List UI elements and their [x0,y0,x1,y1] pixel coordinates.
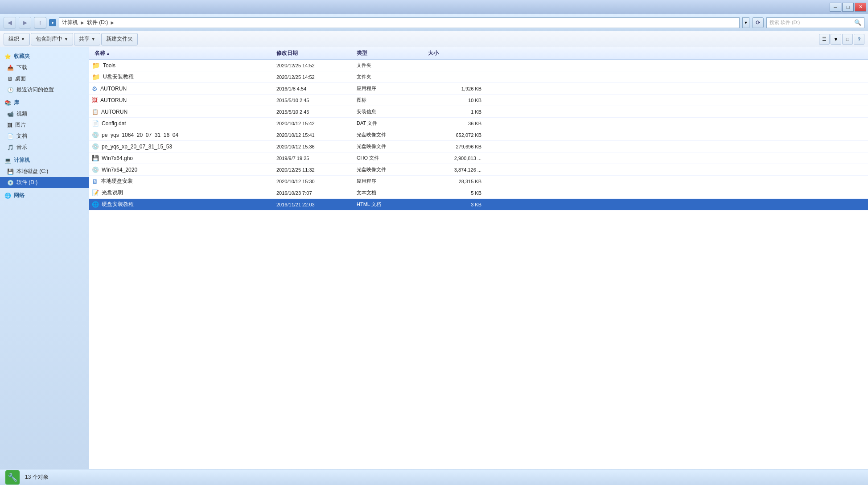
network-icon: 🌐 [4,193,11,199]
sidebar-item-downloads[interactable]: 📥 下载 [0,62,89,73]
sidebar-section-computer: 💻 计算机 💾 本地磁盘 (C:) 💿 软件 (D:) [0,155,89,188]
maximize-button[interactable]: □ [842,3,854,12]
refresh-button[interactable]: ⟳ [752,17,764,28]
toolbar: 组织 ▼ 包含到库中 ▼ 共享 ▼ 新建文件夹 ☰ ▼ □ ? [0,31,868,47]
column-header-date[interactable]: 修改日期 [276,49,357,57]
view-buttons: ☰ ▼ □ ? [819,34,864,45]
sidebar-section-libraries: 📚 库 📹 视频 🖼 图片 📄 文档 🎵 音乐 [0,97,89,153]
file-date: 2015/5/10 2:45 [276,98,357,103]
star-icon: ⭐ [4,53,11,60]
file-date: 2016/10/23 7:07 [276,190,357,196]
search-box[interactable]: 搜索 软件 (D:) 🔍 [766,17,864,28]
file-type: 光盘映像文件 [357,166,428,173]
file-size: 28,315 KB [428,179,490,184]
file-date: 2020/12/25 11:32 [276,167,357,173]
pictures-icon: 🖼 [7,122,12,128]
local-c-label: 本地磁盘 (C:) [16,168,48,175]
file-name-cell: 📄 Config.dat [89,120,276,127]
view-toggle-button[interactable]: ☰ [819,34,830,45]
file-name-cell: 📁 U盘安装教程 [89,73,276,81]
new-folder-button[interactable]: 新建文件夹 [101,33,138,45]
sidebar-item-soft-d[interactable]: 💿 软件 (D:) [0,177,89,188]
view-dropdown-button[interactable]: ▼ [831,34,841,45]
file-type: 图标 [357,97,428,103]
sidebar-header-favorites[interactable]: ⭐ 收藏夹 [0,51,89,62]
sidebar-item-music[interactable]: 🎵 音乐 [0,142,89,153]
file-name: Win7x64.gho [102,155,133,161]
file-type: 文件夹 [357,62,428,69]
path-sep-1: ► [80,20,85,26]
table-row[interactable]: 🖥 本地硬盘安装 2020/10/12 15:30 应用程序 28,315 KB [89,176,868,187]
table-row[interactable]: ⚙ AUTORUN 2016/1/8 4:54 应用程序 1,926 KB [89,83,868,95]
table-row[interactable]: 💿 pe_yqs_xp_20_07_31_15_53 2020/10/12 15… [89,141,868,152]
path-part-drive[interactable]: 软件 (D:) [87,19,108,26]
file-name: U盘安装教程 [103,73,134,81]
table-row[interactable]: 📋 AUTORUN 2015/5/10 2:45 安装信息 1 KB [89,106,868,118]
path-sep-2: ► [110,20,115,26]
sidebar-header-computer[interactable]: 💻 计算机 [0,155,89,166]
organize-arrow: ▼ [21,37,25,41]
file-type: 应用程序 [357,178,428,185]
computer-icon: 💻 [4,157,11,164]
sidebar-item-video[interactable]: 📹 视频 [0,108,89,119]
path-part-computer[interactable]: 计算机 [62,19,78,26]
file-type: DAT 文件 [357,120,428,127]
address-dropdown[interactable]: ▼ [742,17,749,28]
file-name: pe_yqs_xp_20_07_31_15_53 [102,144,172,150]
file-size: 652,072 KB [428,132,490,138]
file-date: 2016/1/8 4:54 [276,86,357,91]
back-button[interactable]: ◀ [4,17,16,29]
file-name-cell: 📋 AUTORUN [89,109,276,115]
file-name: pe_yqs_1064_20_07_31_16_04 [102,132,178,138]
sidebar-item-local-c[interactable]: 💾 本地磁盘 (C:) [0,166,89,177]
sidebar: ⭐ 收藏夹 📥 下载 🖥 桌面 🕒 最近访问的位置 📚 库 [0,47,89,469]
file-icon: 💾 [92,155,99,161]
file-icon: 🌐 [92,201,99,208]
video-label: 视频 [16,110,27,118]
column-header-name[interactable]: 名称 ▲ [89,49,276,57]
file-size: 3 KB [428,202,490,207]
file-name: Win7x64_2020 [102,167,137,173]
share-button[interactable]: 共享 ▼ [74,33,100,45]
close-button[interactable]: ✕ [855,3,866,12]
address-path-box[interactable]: 计算机 ► 软件 (D:) ► [59,17,740,28]
table-row[interactable]: 💿 Win7x64_2020 2020/12/25 11:32 光盘映像文件 3… [89,164,868,176]
table-row[interactable]: 🖼 AUTORUN 2015/5/10 2:45 图标 10 KB [89,95,868,106]
sidebar-item-desktop[interactable]: 🖥 桌面 [0,73,89,84]
include-library-button[interactable]: 包含到库中 ▼ [31,33,73,45]
column-header-type[interactable]: 类型 [357,49,428,57]
table-row[interactable]: 💾 Win7x64.gho 2019/9/7 19:25 GHO 文件 2,90… [89,152,868,164]
main-area: ⭐ 收藏夹 📥 下载 🖥 桌面 🕒 最近访问的位置 📚 库 [0,47,868,469]
up-button[interactable]: ↑ [34,17,46,29]
table-row[interactable]: 💿 pe_yqs_1064_20_07_31_16_04 2020/10/12 … [89,129,868,141]
sidebar-item-docs[interactable]: 📄 文档 [0,131,89,142]
music-icon: 🎵 [7,144,14,151]
table-row[interactable]: 📁 Tools 2020/12/25 14:52 文件夹 [89,60,868,71]
file-icon: 📁 [92,62,100,70]
organize-button[interactable]: 组织 ▼ [4,33,30,45]
music-label: 音乐 [16,144,27,151]
file-type: 安装信息 [357,108,428,115]
table-row[interactable]: 📁 U盘安装教程 2020/12/25 14:52 文件夹 [89,71,868,83]
file-size: 36 KB [428,121,490,126]
table-row[interactable]: 🌐 硬盘安装教程 2016/11/21 22:03 HTML 文档 3 KB [89,199,868,210]
column-header-size[interactable]: 大小 [428,49,490,57]
status-count: 13 个对象 [25,473,49,481]
downloads-icon: 📥 [7,65,14,71]
favorites-label: 收藏夹 [14,53,30,60]
sidebar-item-recent[interactable]: 🕒 最近访问的位置 [0,84,89,95]
table-row[interactable]: 📄 Config.dat 2020/10/12 15:42 DAT 文件 36 … [89,118,868,129]
sidebar-header-network[interactable]: 🌐 网络 [0,190,89,201]
file-type: 文本文档 [357,189,428,196]
forward-button[interactable]: ▶ [19,17,31,29]
preview-pane-button[interactable]: □ [842,34,853,45]
sidebar-header-libraries[interactable]: 📚 库 [0,97,89,108]
computer-label: 计算机 [14,156,30,164]
file-name-cell: 📝 光盘说明 [89,189,276,197]
table-row[interactable]: 📝 光盘说明 2016/10/23 7:07 文本文档 5 KB [89,187,868,199]
sidebar-item-pictures[interactable]: 🖼 图片 [0,119,89,131]
minimize-button[interactable]: ─ [830,3,841,12]
address-bar: ◀ ▶ ↑ ● 计算机 ► 软件 (D:) ► ▼ ⟳ 搜索 软件 (D:) 🔍 [0,14,868,31]
help-button[interactable]: ? [854,34,864,45]
file-icon: 🖥 [92,178,98,185]
